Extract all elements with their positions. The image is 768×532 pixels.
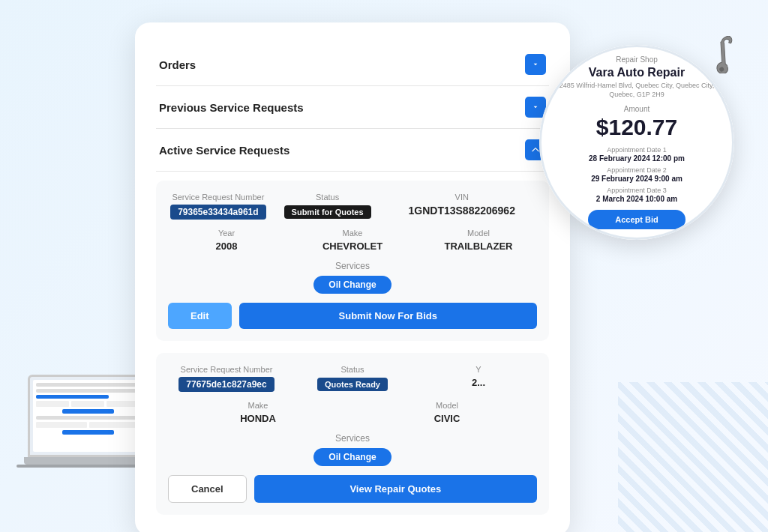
sr2-service-badge: Oil Change: [314, 448, 391, 466]
sr1-status-badge: Submit for Quotes: [284, 205, 371, 219]
sr2-partial-field: Y 2...: [420, 365, 537, 392]
sr2-number-field: Service Request Number 77675de1c827a9ec: [168, 365, 285, 392]
sr2-status-label: Status: [294, 365, 411, 374]
orders-chevron[interactable]: [525, 54, 546, 75]
sr1-vin-field: VIN 1GNDT13S882206962: [386, 193, 537, 220]
sr2-make-value: HONDA: [168, 413, 348, 424]
appt1-label: Appointment Date 1: [607, 146, 667, 154]
active-title: Active Service Requests: [159, 144, 290, 157]
sr2-partial-value: 2...: [420, 377, 537, 388]
orders-title: Orders: [159, 58, 196, 71]
sr1-year-label: Year: [168, 229, 285, 238]
repair-shop-name: Vara Auto Repair: [589, 65, 685, 79]
sr2-make-label: Make: [168, 401, 348, 410]
sr2-partial-label: Y: [420, 365, 537, 374]
sr1-service-badge: Oil Change: [314, 276, 391, 294]
previous-section-header[interactable]: Previous Service Requests: [156, 86, 549, 129]
appt3-value: 2 March 2024 10:00 am: [596, 195, 677, 203]
sr1-vin-value: 1GNDT13S882206962: [386, 205, 537, 217]
sr1-model-value: TRAILBLAZER: [420, 241, 537, 252]
sr1-year-field: Year 2008: [168, 229, 285, 252]
stripe-decoration: [618, 382, 768, 532]
sr1-number-label: Service Request Number: [168, 193, 268, 202]
appt1-value: 28 February 2024 12:00 pm: [589, 154, 685, 163]
sr2-id-badge: 77675de1c827a9ec: [178, 377, 274, 392]
sr2-model-field: Model CIVIC: [357, 401, 537, 424]
sr1-id-badge: 79365e33434a961d: [170, 205, 266, 220]
repair-shop-label: Repair Shop: [616, 55, 658, 64]
sr1-make-value: CHEVROLET: [294, 241, 411, 252]
appt3-label: Appointment Date 3: [607, 187, 667, 194]
sr1-vin-label: VIN: [386, 193, 537, 202]
service-request-card-1: Service Request Number 79365e33434a961d …: [156, 181, 549, 341]
submit-bids-button[interactable]: Submit Now For Bids: [239, 303, 537, 329]
page-wrapper: Orders Previous Service Requests Active …: [0, 0, 768, 532]
service-request-card-2: Service Request Number 77675de1c827a9ec …: [156, 353, 549, 515]
accept-bid-button[interactable]: Accept Bid: [588, 210, 686, 229]
sr1-model-label: Model: [420, 229, 537, 238]
sr1-year-value: 2008: [168, 241, 285, 252]
sr2-status-badge: Quotes Ready: [317, 378, 388, 391]
sr1-actions: Edit Submit Now For Bids: [168, 303, 537, 329]
appt2-label: Appointment Date 2: [607, 166, 667, 174]
orders-section-header[interactable]: Orders: [156, 43, 549, 86]
sr1-model-field: Model TRAILBLAZER: [420, 229, 537, 252]
sr2-model-label: Model: [357, 401, 537, 410]
sr2-model-value: CIVIC: [357, 413, 537, 424]
active-section-header[interactable]: Active Service Requests: [156, 129, 549, 172]
sr1-number-field: Service Request Number 79365e33434a961d: [168, 193, 268, 220]
sr2-status-field: Status Quotes Ready: [294, 365, 411, 392]
previous-title: Previous Service Requests: [159, 101, 304, 114]
main-card: Orders Previous Service Requests Active …: [135, 22, 570, 532]
sr1-services-section: Services Oil Change: [168, 261, 537, 294]
sr2-services-section: Services Oil Change: [168, 433, 537, 466]
sr2-services-label: Services: [168, 433, 537, 444]
repair-shop-address: 2485 Wilfrid-Hamel Blvd, Quebec City, Qu…: [554, 82, 719, 99]
sr1-make-label: Make: [294, 229, 411, 238]
sr1-make-field: Make CHEVROLET: [294, 229, 411, 252]
appt2-value: 29 February 2024 9:00 am: [591, 175, 682, 183]
edit-button[interactable]: Edit: [168, 303, 232, 329]
wrench-icon: [706, 36, 740, 70]
sr2-number-label: Service Request Number: [168, 365, 285, 374]
amount-label: Amount: [624, 105, 650, 113]
repair-popup: Repair Shop Vara Auto Repair 2485 Wilfri…: [539, 45, 734, 240]
sr2-actions: Cancel View Repair Quotes: [168, 475, 537, 503]
sr1-status-field: Status Submit for Quotes: [278, 193, 378, 220]
view-quotes-button[interactable]: View Repair Quotes: [254, 475, 537, 503]
sr2-make-field: Make HONDA: [168, 401, 348, 424]
sr1-services-label: Services: [168, 261, 537, 271]
amount-value: $120.77: [596, 115, 677, 140]
sr1-status-label: Status: [278, 193, 378, 202]
cancel-button[interactable]: Cancel: [168, 475, 247, 503]
